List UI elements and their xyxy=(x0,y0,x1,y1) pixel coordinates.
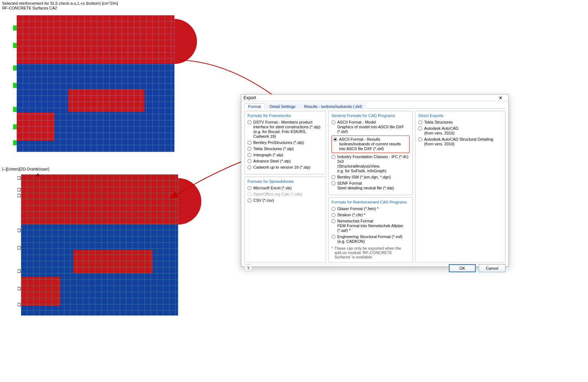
radio-excel[interactable]: Microsoft Excel (*.xls) xyxy=(247,186,323,190)
radio-icon xyxy=(331,207,335,211)
radio-ifc-sub1: (StructuralAnalysisView, xyxy=(337,164,410,169)
radio-intergraph-label: Intergraph (*.stp) xyxy=(253,153,283,157)
radio-strakon-label: Strakon (*.cfe) * xyxy=(337,213,366,217)
radio-icon xyxy=(331,213,335,217)
radio-cadwork[interactable]: Cadwork up to version 18 (*.stp) xyxy=(247,165,323,170)
reinf-note: * These can only be exported when the ad… xyxy=(331,246,410,259)
figure1-caption-line2: RF-CONCRETE Surfaces CA2 xyxy=(2,6,118,11)
radio-esf[interactable]: Engineering Structural Format (*.esf) (e… xyxy=(331,234,410,244)
radio-autocad-sd[interactable]: Autodesk AutoCAD Structural Detailing (f… xyxy=(418,137,502,146)
tab-strip: Format Detail Settings Results - Isoline… xyxy=(244,103,506,109)
svg-rect-60 xyxy=(13,140,17,145)
radio-icon xyxy=(331,219,335,223)
svg-rect-62 xyxy=(21,174,178,225)
radio-sdnf-label: SDNF Format xyxy=(337,181,394,186)
radio-icon xyxy=(247,159,251,163)
dialog-titlebar[interactable]: Export ✕ xyxy=(241,95,508,101)
svg-rect-118 xyxy=(17,194,20,197)
radio-icon xyxy=(247,198,251,202)
radio-autocad[interactable]: Autodesk AutoCAD (from vers. 2010) xyxy=(418,126,502,136)
tab-results-isolines[interactable]: Results - Isolines/Isobands (.dxf) xyxy=(300,103,366,109)
radio-ascii-results[interactable]: ASCII Format - Results Isolines/Isobands… xyxy=(333,137,408,151)
radio-icon xyxy=(247,141,251,145)
figure2-caption: [–][Unten][2D-Drahtkörper] xyxy=(2,167,49,172)
group-reinf-title: Formats for Reinforcement CAD Programs xyxy=(331,200,410,204)
radio-icon xyxy=(331,235,335,239)
group-spreadsheets-title: Formats for Spreadsheets xyxy=(247,179,323,184)
svg-rect-123 xyxy=(17,303,20,306)
radio-icon xyxy=(331,155,335,159)
radio-icon xyxy=(247,186,251,190)
radio-advance-steel[interactable]: Advance Steel (*.stp) xyxy=(247,159,323,164)
svg-rect-57 xyxy=(13,83,17,88)
radio-bentley-prostructures[interactable]: Bentley ProStructures (*.stp) xyxy=(247,140,323,145)
radio-icon xyxy=(418,120,422,124)
radio-tekla-stp-label: Tekla Structures (*.stp) xyxy=(253,146,294,151)
svg-rect-55 xyxy=(13,43,17,48)
radio-glaser[interactable]: Glaser Format (*.fem) * xyxy=(331,206,410,211)
radio-csv[interactable]: CSV (*.csv) xyxy=(247,198,323,203)
radio-ifc[interactable]: Industry Foundation Classes - IFC (*.ifc… xyxy=(331,154,410,173)
tab-format[interactable]: Format xyxy=(244,103,265,109)
svg-rect-117 xyxy=(17,188,20,191)
asterisk-icon: * xyxy=(331,246,333,259)
group-direct-title: Direct Exports xyxy=(418,113,502,118)
radio-nemetschek-sub: FEM Format into Nemetschek Allplan (*.as… xyxy=(337,224,410,233)
export-dialog: Export ✕ Format Detail Settings Results … xyxy=(241,94,509,267)
figure1-mesh xyxy=(7,15,211,152)
radio-icon xyxy=(247,153,251,157)
svg-rect-3 xyxy=(68,89,145,112)
radio-dstv[interactable]: DSTV Format - Members product interface … xyxy=(247,120,323,139)
group-frameworks: Formats for Frameworks DSTV Format - Mem… xyxy=(244,111,326,174)
figure2-caption-text: [–][Unten][2D-Drahtkörper] xyxy=(2,167,49,171)
tab-detail-settings[interactable]: Detail Settings xyxy=(266,103,299,109)
svg-rect-63 xyxy=(21,277,60,306)
svg-rect-1 xyxy=(17,15,174,64)
svg-rect-56 xyxy=(13,65,17,71)
radio-dstv-sub: (e.g. for Bocad, Frilo ESK/RS, Cadwork 1… xyxy=(253,129,323,139)
figure1-caption-line1: Selected reinforcement for SLS check a-s… xyxy=(2,1,118,6)
radio-cadwork-label: Cadwork up to version 18 (*.stp) xyxy=(253,165,310,170)
radio-bentley-ism[interactable]: Bentley ISM (*.ism.dgn, *.dgn) xyxy=(331,175,410,180)
radio-ascii-model[interactable]: ASCII Format - Model Graphics of model i… xyxy=(331,120,410,134)
group-direct-exports: Direct Exports Tekla Structures Autodesk… xyxy=(415,111,506,262)
cancel-button[interactable]: Cancel xyxy=(479,264,506,272)
radio-esf-sub: (e.g. CADKON) xyxy=(337,239,402,244)
group-reinforcement: Formats for Reinforcement CAD Programs G… xyxy=(328,197,413,262)
radio-ascii-model-sub: Graphics of model into ASCII file DXF (*… xyxy=(337,125,410,134)
radio-tekla-stp[interactable]: Tekla Structures (*.stp) xyxy=(247,146,323,151)
radio-icon xyxy=(247,147,251,151)
radio-ascii-results-sub: Isolines/Isobands of current results int… xyxy=(339,142,408,151)
radio-nemetschek[interactable]: Nemetschek Format FEM Format into Nemets… xyxy=(331,219,410,233)
reinf-note-text: These can only be exported when the add-… xyxy=(334,246,410,259)
radio-ascii-results-label: ASCII Format - Results xyxy=(339,137,408,142)
help-button[interactable]: ? xyxy=(244,264,252,272)
group-cad: General Formats for CAD Programs ASCII F… xyxy=(328,111,413,195)
radio-openoffice: OpenOffice.org Calc (*.ods) xyxy=(247,192,323,197)
svg-rect-119 xyxy=(17,229,20,232)
svg-rect-121 xyxy=(17,270,20,273)
group-frameworks-title: Formats for Frameworks xyxy=(247,113,323,118)
radio-sdnf[interactable]: SDNF Format Steel detailing neutral file… xyxy=(331,181,410,190)
radio-icon xyxy=(331,120,335,124)
svg-rect-122 xyxy=(17,287,20,290)
group-spreadsheets: Formats for Spreadsheets Microsoft Excel… xyxy=(244,177,326,262)
ok-button[interactable]: OK xyxy=(449,264,476,272)
close-button[interactable]: ✕ xyxy=(495,95,506,101)
svg-rect-54 xyxy=(13,25,17,31)
radio-csv-label: CSV (*.csv) xyxy=(253,198,274,203)
radio-intergraph[interactable]: Intergraph (*.stp) xyxy=(247,153,323,157)
radio-tekla-direct[interactable]: Tekla Structures xyxy=(418,120,502,125)
svg-rect-58 xyxy=(13,107,17,112)
radio-excel-label: Microsoft Excel (*.xls) xyxy=(253,186,292,190)
radio-advance-label: Advance Steel (*.stp) xyxy=(253,159,291,164)
radio-strakon[interactable]: Strakon (*.cfe) * xyxy=(331,213,410,217)
radio-icon xyxy=(418,137,422,141)
svg-rect-59 xyxy=(13,124,17,129)
figure2-mesh xyxy=(17,174,210,316)
radio-icon xyxy=(247,120,251,124)
highlight-ascii-results: ASCII Format - Results Isolines/Isobands… xyxy=(331,136,410,153)
radio-icon xyxy=(247,165,251,169)
dialog-footer: ? OK Cancel xyxy=(241,264,508,272)
dialog-title: Export xyxy=(243,95,256,100)
